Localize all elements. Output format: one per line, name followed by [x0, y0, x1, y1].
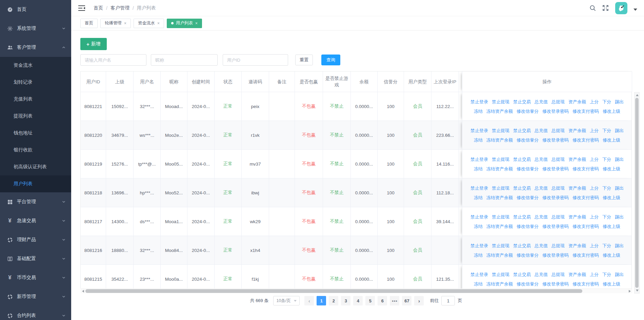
- vertical-scrollbar[interactable]: [634, 92, 640, 294]
- action-link[interactable]: 总充值: [535, 184, 548, 193]
- sidebar-subitem[interactable]: 充值列表: [0, 91, 71, 108]
- action-link[interactable]: 禁止提现: [492, 97, 509, 106]
- action-link[interactable]: 修改信誉分: [517, 107, 539, 116]
- action-link[interactable]: 禁止登录: [470, 97, 488, 106]
- scroll-up-arrow-icon[interactable]: [636, 94, 639, 96]
- action-link[interactable]: 下分: [602, 184, 611, 193]
- tab-active[interactable]: 用户列表×: [167, 19, 202, 28]
- action-link[interactable]: 禁止交易: [513, 184, 531, 193]
- action-link[interactable]: 冻结: [474, 107, 483, 116]
- tab-item[interactable]: 首页: [80, 19, 98, 28]
- tab-close-icon[interactable]: ×: [124, 21, 126, 26]
- action-link[interactable]: 禁止交易: [513, 270, 531, 279]
- sidebar-item[interactable]: 新币管理: [0, 287, 71, 306]
- action-link[interactable]: 总充值: [535, 155, 548, 164]
- action-link[interactable]: 资产余额: [568, 270, 586, 279]
- action-link[interactable]: 禁止交易: [513, 212, 531, 221]
- sidebar-item[interactable]: 客户管理: [0, 38, 71, 57]
- action-link[interactable]: 禁止提现: [492, 184, 509, 193]
- action-link[interactable]: 禁止登录: [470, 241, 488, 250]
- tab-item[interactable]: 轮播管理×: [100, 19, 131, 28]
- scroll-down-arrow-icon[interactable]: [636, 290, 639, 292]
- action-link[interactable]: 修改信誉分: [517, 164, 539, 173]
- action-link[interactable]: 总充值: [535, 97, 548, 106]
- action-link[interactable]: 禁止提现: [492, 241, 509, 250]
- action-link[interactable]: 资产余额: [568, 212, 586, 221]
- search-button[interactable]: 查询: [321, 55, 340, 65]
- action-link[interactable]: 下分: [602, 270, 611, 279]
- action-link[interactable]: 总提现: [551, 270, 565, 279]
- sidebar-item[interactable]: 平台管理: [0, 192, 71, 211]
- breadcrumb-section[interactable]: 客户管理: [110, 5, 129, 11]
- sidebar-item[interactable]: 合约列表: [0, 306, 71, 320]
- action-link[interactable]: 下分: [602, 212, 611, 221]
- action-link[interactable]: 资产余额: [568, 97, 586, 106]
- action-link[interactable]: 修改信誉分: [517, 193, 539, 202]
- action-link[interactable]: 冻结资产余额: [486, 279, 513, 289]
- sidebar-subitem[interactable]: 用户列表: [0, 175, 71, 192]
- action-link[interactable]: 冻结: [474, 222, 483, 231]
- action-link[interactable]: 总提现: [551, 97, 565, 106]
- user-dropdown-caret-icon[interactable]: [633, 8, 637, 11]
- sidebar-subitem[interactable]: 划转记录: [0, 74, 71, 91]
- fold-menu-icon[interactable]: [78, 5, 85, 12]
- nickname-input[interactable]: [151, 54, 218, 66]
- action-link[interactable]: 修改支付密码: [572, 164, 599, 173]
- action-link[interactable]: 冻结: [474, 193, 483, 202]
- tab-close-icon[interactable]: ×: [157, 21, 160, 26]
- action-link[interactable]: 禁止交易: [513, 155, 531, 164]
- sidebar-item[interactable]: 系统管理: [0, 19, 71, 38]
- action-link[interactable]: 踢出: [615, 270, 624, 279]
- action-link[interactable]: 上分: [590, 212, 599, 221]
- action-link[interactable]: 修改上级: [603, 279, 620, 289]
- action-link[interactable]: 总提现: [551, 241, 565, 250]
- action-link[interactable]: 上分: [590, 270, 599, 279]
- page-number-button[interactable]: 67: [402, 296, 411, 305]
- action-link[interactable]: 总提现: [551, 126, 565, 135]
- action-link[interactable]: 修改登录密码: [542, 107, 569, 116]
- action-link[interactable]: 修改登录密码: [542, 164, 569, 173]
- action-link[interactable]: 冻结: [474, 135, 483, 145]
- action-link[interactable]: 修改上级: [603, 193, 620, 202]
- action-link[interactable]: 修改上级: [603, 135, 620, 145]
- action-link[interactable]: 禁止提现: [492, 126, 509, 135]
- action-link[interactable]: 总充值: [535, 241, 548, 250]
- action-link[interactable]: 总充值: [535, 212, 548, 221]
- username-input[interactable]: [80, 54, 146, 66]
- sidebar-item[interactable]: 首页: [0, 0, 71, 19]
- page-number-button[interactable]: 1: [317, 296, 326, 305]
- action-link[interactable]: 修改登录密码: [542, 222, 569, 231]
- action-link[interactable]: 下分: [602, 126, 611, 135]
- action-link[interactable]: 修改信誉分: [517, 251, 539, 260]
- action-link[interactable]: 修改支付密码: [572, 193, 599, 202]
- action-link[interactable]: 下分: [602, 97, 611, 106]
- sidebar-subitem[interactable]: 银行收款: [0, 142, 71, 158]
- action-link[interactable]: 总充值: [535, 270, 548, 279]
- add-button[interactable]: + 新增: [80, 38, 107, 50]
- action-link[interactable]: 修改支付密码: [572, 251, 599, 260]
- page-number-button[interactable]: 4: [353, 296, 363, 305]
- action-link[interactable]: 冻结资产余额: [486, 222, 513, 231]
- action-link[interactable]: 总提现: [551, 212, 565, 221]
- action-link[interactable]: 踢出: [615, 126, 624, 135]
- action-link[interactable]: 冻结资产余额: [486, 193, 513, 202]
- action-link[interactable]: 修改上级: [603, 222, 620, 231]
- action-link[interactable]: 修改登录密码: [542, 251, 569, 260]
- page-number-button[interactable]: 6: [378, 296, 387, 305]
- sidebar-subitem[interactable]: 初高级认证列表: [0, 158, 71, 175]
- action-link[interactable]: 冻结资产余额: [486, 164, 513, 173]
- action-link[interactable]: 修改上级: [603, 164, 620, 173]
- action-link[interactable]: 总提现: [551, 184, 565, 193]
- sidebar-subitem[interactable]: 资金流水: [0, 57, 71, 74]
- scroll-left-arrow-icon[interactable]: [82, 290, 84, 293]
- vertical-scrollbar-thumb[interactable]: [635, 98, 639, 288]
- action-link[interactable]: 上分: [590, 155, 599, 164]
- reset-button[interactable]: 重置: [295, 55, 313, 65]
- action-link[interactable]: 禁止提现: [492, 212, 509, 221]
- action-link[interactable]: 禁止交易: [513, 126, 531, 135]
- action-link[interactable]: 资产余额: [568, 241, 586, 250]
- fullscreen-icon[interactable]: [602, 5, 609, 12]
- prev-page-button[interactable]: ‹: [304, 296, 314, 305]
- action-link[interactable]: 冻结: [474, 164, 483, 173]
- action-link[interactable]: 禁止登录: [470, 270, 488, 279]
